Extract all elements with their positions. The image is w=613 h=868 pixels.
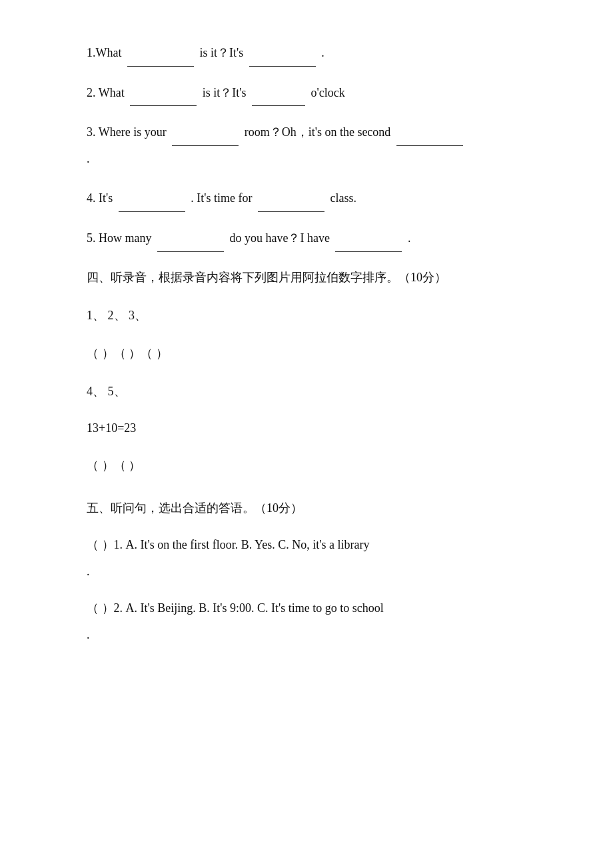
q3-blank1	[172, 145, 239, 146]
q2-text: 2. What	[87, 86, 125, 99]
q2-blank2	[252, 105, 305, 106]
question-1: 1.What is it？It's .	[87, 40, 546, 67]
q4-text: 4. It's	[87, 191, 113, 205]
section-4: 四、听录音，根据录音内容将下列图片用阿拉伯数字排序。（10分） 1、 2、 3、…	[87, 265, 546, 480]
q3-end: .	[87, 152, 90, 165]
q5-end: .	[408, 231, 411, 245]
q5-text: 5. How many	[87, 231, 152, 245]
q1-blank2	[249, 66, 316, 67]
section5-header: 五、听问句，选出合适的答语。（10分）	[87, 496, 546, 520]
q5-blank2	[335, 251, 402, 252]
question-5: 5. How many do you have？I have .	[87, 225, 546, 252]
section4-row2-parens: （ ）（ ）	[87, 451, 546, 480]
section4-row2-items: 4、 5、	[87, 377, 546, 406]
section5-q1-text: （ ）1. A. It's on the first floor. B. Yes…	[87, 538, 369, 551]
q3-mid: room？Oh，it's on the second	[245, 125, 391, 139]
q4-blank1	[119, 211, 185, 212]
section5-q1: （ ）1. A. It's on the first floor. B. Yes…	[87, 532, 546, 585]
section5-q2-end: .	[87, 628, 90, 641]
q5-blank1	[157, 251, 224, 252]
q2-blank1	[130, 105, 197, 106]
q1-end: .	[321, 46, 324, 59]
question-4: 4. It's . It's time for class.	[87, 185, 546, 212]
q2-end: o'clock	[310, 86, 344, 99]
q4-blank2	[258, 211, 324, 212]
q1-mid: is it？It's	[199, 46, 243, 59]
q1-text: 1.What	[87, 46, 121, 59]
q4-mid: . It's time for	[191, 191, 252, 205]
question-2: 2. What is it？It's o'clock	[87, 80, 546, 107]
section4-row1-items: 1、 2、 3、	[87, 301, 546, 330]
q3-text: 3. Where is your	[87, 125, 167, 139]
section5-q1-end: .	[87, 565, 90, 578]
question-3: 3. Where is your room？Oh，it's on the sec…	[87, 119, 546, 172]
section5-q2-text: （ ）2. A. It's Beijing. B. It's 9:00. C. …	[87, 601, 384, 615]
q1-blank1	[127, 66, 194, 67]
exam-content: 1.What is it？It's . 2. What is it？It's o…	[87, 40, 546, 648]
q5-mid: do you have？I have	[230, 231, 330, 245]
q4-end: class.	[330, 191, 356, 205]
section4-row1-parens: （ ）（ ）（ ）	[87, 339, 546, 368]
section4-formula: 13+10=23	[87, 415, 546, 442]
q3-blank2	[396, 145, 463, 146]
q2-mid: is it？It's	[203, 86, 247, 99]
section-5: 五、听问句，选出合适的答语。（10分） （ ）1. A. It's on the…	[87, 496, 546, 648]
section5-q2: （ ）2. A. It's Beijing. B. It's 9:00. C. …	[87, 595, 546, 648]
section4-header: 四、听录音，根据录音内容将下列图片用阿拉伯数字排序。（10分）	[87, 265, 546, 289]
